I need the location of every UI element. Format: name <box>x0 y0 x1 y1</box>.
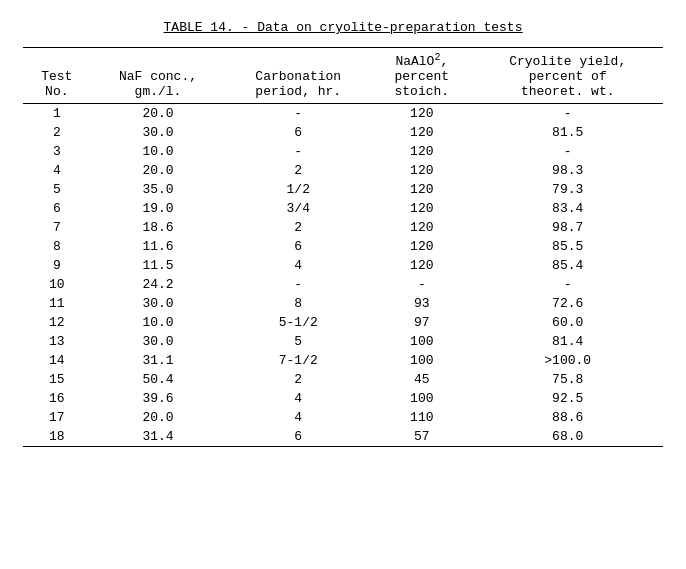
col-header-cryolite: Cryolite yield, percent of theoret. wt. <box>472 48 663 104</box>
cell-cryolite: 81.5 <box>472 123 663 142</box>
cell-test-no: 9 <box>23 256 91 275</box>
cell-cryolite: 81.4 <box>472 332 663 351</box>
cell-cryolite: 88.6 <box>472 408 663 427</box>
cell-naf-conc: 50.4 <box>91 370 226 389</box>
cell-cryolite: - <box>472 275 663 294</box>
cell-test-no: 7 <box>23 218 91 237</box>
cell-carbonation: 3/4 <box>225 199 371 218</box>
cell-naalo2: - <box>371 275 472 294</box>
cell-naf-conc: 20.0 <box>91 408 226 427</box>
cell-test-no: 15 <box>23 370 91 389</box>
cell-test-no: 4 <box>23 161 91 180</box>
table-row: 420.0212098.3 <box>23 161 663 180</box>
cell-test-no: 6 <box>23 199 91 218</box>
cell-carbonation: 2 <box>225 161 371 180</box>
table-row: 1431.17-1/2100>100.0 <box>23 351 663 370</box>
cell-carbonation: 6 <box>225 237 371 256</box>
table-row: 1210.05-1/29760.0 <box>23 313 663 332</box>
cell-naf-conc: 35.0 <box>91 180 226 199</box>
title-underlined: Data on cryolite-preparation tests <box>257 20 522 35</box>
col-header-test-no: Test No. <box>23 48 91 104</box>
cell-naf-conc: 30.0 <box>91 123 226 142</box>
table-title: TABLE 14. - Data on cryolite-preparation… <box>23 20 663 35</box>
cell-cryolite: 98.3 <box>472 161 663 180</box>
cell-test-no: 8 <box>23 237 91 256</box>
table-row: 230.0612081.5 <box>23 123 663 142</box>
cell-carbonation: - <box>225 275 371 294</box>
table-body: 120.0-120-230.0612081.5310.0-120-420.021… <box>23 104 663 447</box>
cell-carbonation: 4 <box>225 256 371 275</box>
cell-cryolite: 72.6 <box>472 294 663 313</box>
table-row: 1831.465768.0 <box>23 427 663 447</box>
cell-naf-conc: 10.0 <box>91 142 226 161</box>
table-row: 1720.0411088.6 <box>23 408 663 427</box>
cell-naf-conc: 30.0 <box>91 332 226 351</box>
cell-cryolite: 83.4 <box>472 199 663 218</box>
cell-carbonation: - <box>225 142 371 161</box>
cell-naf-conc: 31.1 <box>91 351 226 370</box>
cell-naf-conc: 11.6 <box>91 237 226 256</box>
cell-test-no: 10 <box>23 275 91 294</box>
cell-cryolite: 92.5 <box>472 389 663 408</box>
cell-cryolite: >100.0 <box>472 351 663 370</box>
table-row: 535.01/212079.3 <box>23 180 663 199</box>
cell-naf-conc: 19.0 <box>91 199 226 218</box>
cell-test-no: 1 <box>23 104 91 124</box>
cell-naalo2: 120 <box>371 256 472 275</box>
table-row: 1639.6410092.5 <box>23 389 663 408</box>
cell-test-no: 12 <box>23 313 91 332</box>
cell-test-no: 18 <box>23 427 91 447</box>
cell-cryolite: 79.3 <box>472 180 663 199</box>
cell-naf-conc: 30.0 <box>91 294 226 313</box>
cell-cryolite: 85.5 <box>472 237 663 256</box>
cell-naf-conc: 39.6 <box>91 389 226 408</box>
cell-naf-conc: 20.0 <box>91 161 226 180</box>
table-row: 1550.424575.8 <box>23 370 663 389</box>
cell-naalo2: 120 <box>371 218 472 237</box>
cell-naalo2: 120 <box>371 142 472 161</box>
cell-carbonation: 6 <box>225 427 371 447</box>
cell-carbonation: 2 <box>225 218 371 237</box>
col-header-naf-conc: NaF conc., gm./l. <box>91 48 226 104</box>
table-row: 1130.089372.6 <box>23 294 663 313</box>
cell-cryolite: 85.4 <box>472 256 663 275</box>
cell-naalo2: 120 <box>371 180 472 199</box>
cell-test-no: 11 <box>23 294 91 313</box>
cell-naf-conc: 18.6 <box>91 218 226 237</box>
cell-naalo2: 57 <box>371 427 472 447</box>
cell-naf-conc: 10.0 <box>91 313 226 332</box>
cell-carbonation: 2 <box>225 370 371 389</box>
cell-naalo2: 100 <box>371 389 472 408</box>
table-row: 911.5412085.4 <box>23 256 663 275</box>
cell-test-no: 2 <box>23 123 91 142</box>
data-table: Test No. NaF conc., gm./l. Carbonation p… <box>23 47 663 447</box>
cell-cryolite: - <box>472 104 663 124</box>
cell-carbonation: 6 <box>225 123 371 142</box>
cell-test-no: 14 <box>23 351 91 370</box>
table-row: 310.0-120- <box>23 142 663 161</box>
cell-naf-conc: 31.4 <box>91 427 226 447</box>
cell-naalo2: 110 <box>371 408 472 427</box>
cell-naalo2: 120 <box>371 237 472 256</box>
cell-cryolite: 75.8 <box>472 370 663 389</box>
col-header-naalo2: NaAlO2, percent stoich. <box>371 48 472 104</box>
table-row: 120.0-120- <box>23 104 663 124</box>
cell-test-no: 16 <box>23 389 91 408</box>
cell-cryolite: - <box>472 142 663 161</box>
title-prefix: TABLE 14. - <box>164 20 258 35</box>
cell-naf-conc: 24.2 <box>91 275 226 294</box>
cell-cryolite: 60.0 <box>472 313 663 332</box>
cell-naalo2: 100 <box>371 332 472 351</box>
table-row: 1330.0510081.4 <box>23 332 663 351</box>
page-container: TABLE 14. - Data on cryolite-preparation… <box>23 20 663 447</box>
cell-naalo2: 120 <box>371 104 472 124</box>
table-row: 619.03/412083.4 <box>23 199 663 218</box>
cell-carbonation: 4 <box>225 389 371 408</box>
cell-carbonation: - <box>225 104 371 124</box>
cell-naalo2: 93 <box>371 294 472 313</box>
cell-naalo2: 45 <box>371 370 472 389</box>
cell-carbonation: 5 <box>225 332 371 351</box>
cell-naalo2: 100 <box>371 351 472 370</box>
cell-carbonation: 1/2 <box>225 180 371 199</box>
cell-naalo2: 120 <box>371 199 472 218</box>
